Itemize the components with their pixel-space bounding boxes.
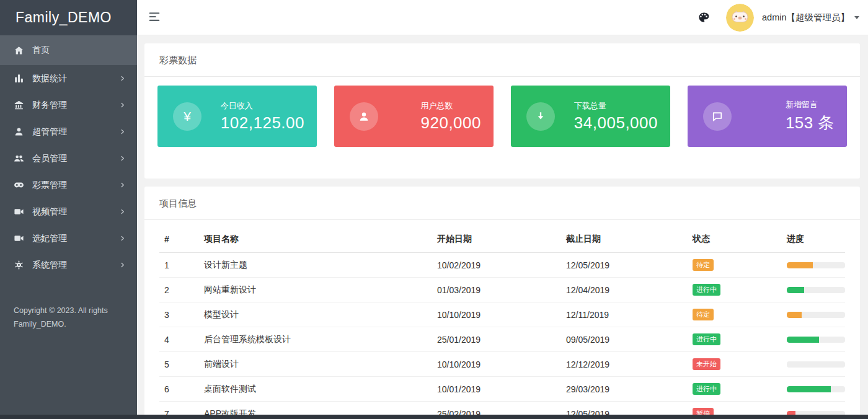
cell-status: 进行中 [688, 327, 782, 352]
cell-end-date: 29/03/2019 [561, 377, 688, 402]
sidebar-item-4[interactable]: 会员管理 [0, 145, 137, 172]
copyright-line-1: Copyright © 2023. All rights [14, 304, 127, 317]
stat-label: 下载总量 [574, 100, 606, 112]
cell-start-date: 10/10/2019 [432, 352, 561, 377]
topbar: admin【超级管理员】 [137, 0, 868, 35]
status-badge: 进行中 [693, 333, 720, 345]
yen-icon: ¥ [173, 102, 202, 131]
status-badge: 待定 [693, 309, 714, 320]
progress-fill [787, 312, 802, 318]
projects-panel: 项目信息 #项目名称开始日期截止日期状态进度 1 设计新主题 10/02/201… [144, 187, 860, 419]
cell-project-name: 后台管理系统模板设计 [199, 327, 432, 352]
progress-bar [787, 262, 845, 268]
status-badge: 待定 [693, 259, 714, 271]
cell-status: 未开始 [688, 352, 782, 377]
user-dropdown[interactable]: admin【超级管理员】 [762, 12, 859, 24]
person-icon [350, 102, 378, 131]
table-header-row: #项目名称开始日期截止日期状态进度 [159, 225, 845, 253]
sidebar: Family_DEMO 首页 数据统计 财务管理 超管管理 会员管理 彩票管理 … [0, 0, 137, 419]
sidebar-item-0[interactable]: 首页 [0, 35, 137, 65]
video-icon [14, 206, 24, 217]
sidebar-item-label: 视频管理 [32, 206, 119, 218]
sidebar-item-label: 会员管理 [32, 153, 119, 164]
cell-start-date: 10/10/2019 [432, 302, 561, 327]
sidebar-item-label: 系统管理 [32, 260, 119, 271]
app-logo: Family_DEMO [0, 0, 137, 35]
column-header-0: # [159, 225, 199, 253]
menu-fold-icon[interactable] [147, 10, 162, 25]
stat-value: 920,000 [421, 113, 481, 133]
mask-icon [14, 180, 24, 190]
projects-table: #项目名称开始日期截止日期状态进度 1 设计新主题 10/02/2019 12/… [159, 225, 845, 419]
stat-cards: ¥ 今日收入 102,125.00 用户总数 920,000 下载总量 34,0… [144, 77, 860, 179]
chevron-right-icon [119, 102, 126, 108]
cell-project-name: 桌面软件测试 [199, 377, 432, 402]
status-badge: 进行中 [693, 284, 720, 296]
projects-panel-title: 项目信息 [144, 187, 860, 220]
chevron-right-icon [119, 128, 126, 135]
stats-panel: 彩票数据 ¥ 今日收入 102,125.00 用户总数 920,000 下载总量… [144, 43, 860, 179]
table-row: 1 设计新主题 10/02/2019 12/05/2019 待定 [159, 253, 845, 278]
cell-project-name: 设计新主题 [199, 253, 432, 278]
column-header-5: 进度 [782, 225, 845, 253]
stat-value: 34,005,000 [574, 113, 658, 133]
cell-start-date: 01/03/2019 [432, 278, 561, 302]
sidebar-item-label: 数据统计 [32, 73, 119, 84]
sidebar-item-7[interactable]: 选妃管理 [0, 225, 137, 252]
cell-progress [782, 352, 845, 377]
stat-text: 用户总数 920,000 [421, 100, 481, 133]
cell-start-date: 10/02/2019 [432, 253, 561, 278]
table-row: 6 桌面软件测试 10/01/2019 29/03/2019 进行中 [159, 377, 845, 402]
sidebar-item-6[interactable]: 视频管理 [0, 198, 137, 225]
table-row: 3 模型设计 10/10/2019 12/11/2019 待定 [159, 302, 845, 327]
sidebar-item-3[interactable]: 超管管理 [0, 118, 137, 145]
progress-bar [787, 312, 845, 318]
sidebar-item-1[interactable]: 数据统计 [0, 65, 137, 92]
chevron-right-icon [119, 262, 126, 268]
cell-progress [782, 278, 845, 302]
content: 彩票数据 ¥ 今日收入 102,125.00 用户总数 920,000 下载总量… [137, 35, 868, 419]
progress-bar [787, 287, 845, 293]
sidebar-item-5[interactable]: 彩票管理 [0, 172, 137, 198]
cell-status: 待定 [688, 253, 782, 278]
copyright-line-2: Family_DEMO. [14, 317, 127, 331]
column-header-4: 状态 [688, 225, 782, 253]
stat-card: ¥ 今日收入 102,125.00 [157, 86, 317, 147]
sidebar-item-label: 彩票管理 [32, 180, 119, 191]
table-row: 4 后台管理系统模板设计 25/01/2019 09/05/2019 进行中 [159, 327, 845, 352]
progress-fill [787, 287, 804, 293]
chevron-right-icon [119, 75, 126, 82]
cell-end-date: 12/11/2019 [561, 302, 688, 327]
sidebar-item-label: 首页 [32, 45, 126, 56]
progress-bar [787, 361, 845, 368]
cell-end-date: 12/04/2019 [561, 278, 688, 302]
stat-value: 153 条 [786, 112, 835, 134]
main-area: admin【超级管理员】 彩票数据 ¥ 今日收入 102,125.00 用户总数… [137, 0, 868, 419]
avatar[interactable] [726, 4, 754, 32]
column-header-3: 截止日期 [561, 225, 688, 253]
cell-index: 5 [159, 352, 199, 377]
progress-fill [787, 262, 813, 268]
status-badge: 未开始 [693, 358, 720, 370]
cell-project-name: 模型设计 [199, 302, 432, 327]
cell-progress [782, 253, 845, 278]
chevron-right-icon [119, 208, 126, 215]
chevron-right-icon [119, 182, 126, 188]
cell-start-date: 10/01/2019 [432, 377, 561, 402]
chevron-right-icon [119, 235, 126, 242]
cell-status: 进行中 [688, 377, 782, 402]
stat-text: 今日收入 102,125.00 [221, 100, 304, 133]
sidebar-item-8[interactable]: 系统管理 [0, 252, 137, 278]
cell-index: 6 [159, 377, 199, 402]
stat-text: 新增留言 153 条 [786, 99, 835, 134]
stat-card: 下载总量 34,005,000 [511, 86, 670, 147]
user-name: admin【超级管理员】 [762, 12, 849, 24]
sidebar-item-2[interactable]: 财务管理 [0, 92, 137, 118]
column-header-1: 项目名称 [199, 225, 432, 253]
theme-palette-icon[interactable] [698, 11, 710, 24]
cell-start-date: 25/01/2019 [432, 327, 561, 352]
stat-label: 用户总数 [421, 100, 453, 112]
stat-value: 102,125.00 [221, 113, 304, 133]
status-badge: 进行中 [693, 383, 720, 395]
caret-down-icon [854, 16, 859, 19]
